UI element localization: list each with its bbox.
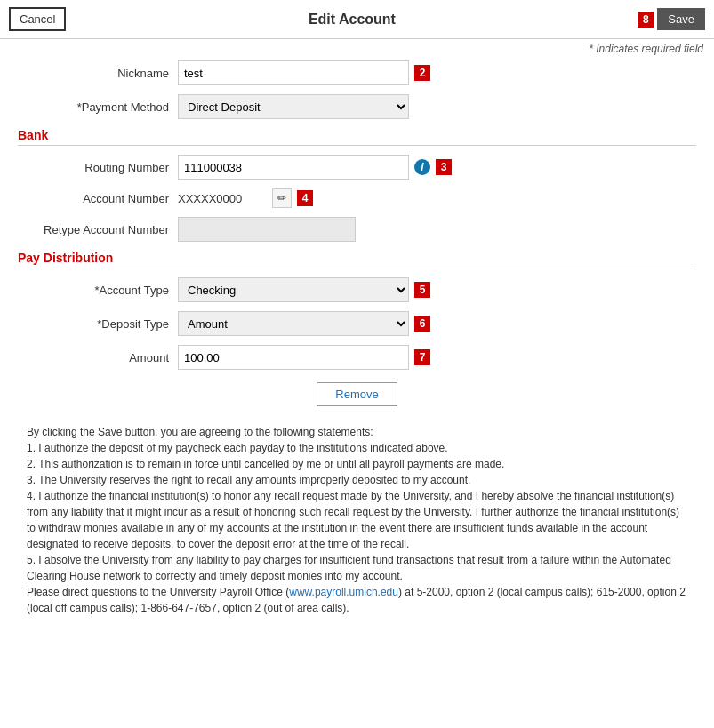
- bank-section-header: Bank: [18, 128, 696, 146]
- amount-badge: 7: [414, 349, 430, 365]
- account-type-badge: 5: [414, 282, 430, 298]
- retype-account-row: Retype Account Number: [18, 217, 696, 242]
- form-area: Nickname 2 *Payment Method Direct Deposi…: [0, 57, 714, 634]
- account-type-row: *Account Type Checking Savings 5: [18, 277, 696, 302]
- disclaimer-line3: 2. This authorization is to remain in fo…: [27, 456, 687, 472]
- routing-number-field-wrap: i 3: [178, 155, 696, 180]
- required-note: * Indicates required field: [0, 39, 714, 57]
- account-number-field-wrap: XXXXX0000 ✏ 4: [178, 188, 696, 208]
- nickname-label: Nickname: [18, 67, 178, 80]
- account-type-select[interactable]: Checking Savings: [178, 277, 409, 302]
- account-number-display: XXXXX0000: [178, 192, 267, 205]
- disclaimer-line7-prefix: Please direct questions to the Universit…: [27, 586, 289, 598]
- disclaimer-line7: Please direct questions to the Universit…: [27, 584, 687, 616]
- account-type-field-wrap: Checking Savings 5: [178, 277, 696, 302]
- account-number-row: Account Number XXXXX0000 ✏ 4: [18, 188, 696, 208]
- retype-account-label: Retype Account Number: [18, 223, 178, 236]
- deposit-type-label: *Deposit Type: [18, 317, 178, 331]
- pay-distribution-section-header: Pay Distribution: [18, 251, 696, 268]
- payment-method-row: *Payment Method Direct Deposit Check: [18, 94, 696, 119]
- deposit-type-select[interactable]: Amount Percent Remainder: [178, 311, 409, 336]
- save-wrapper: 8 Save: [638, 8, 705, 30]
- payment-method-field-wrap: Direct Deposit Check: [178, 94, 696, 119]
- account-type-label: *Account Type: [18, 284, 178, 297]
- page-header: Cancel Edit Account 8 Save: [0, 0, 714, 39]
- pencil-icon[interactable]: ✏: [272, 188, 292, 208]
- routing-number-input[interactable]: [178, 155, 409, 180]
- routing-number-row: Routing Number i 3: [18, 155, 696, 180]
- nickname-field-wrap: 2: [178, 60, 696, 85]
- nickname-row: Nickname 2: [18, 60, 696, 85]
- save-badge: 8: [638, 12, 654, 28]
- account-number-badge: 4: [297, 190, 313, 206]
- retype-account-field-wrap: [178, 217, 696, 242]
- cancel-button[interactable]: Cancel: [9, 7, 66, 31]
- payroll-link[interactable]: www.payroll.umich.edu: [289, 586, 398, 598]
- remove-wrap: Remove: [18, 382, 696, 406]
- payment-method-select[interactable]: Direct Deposit Check: [178, 94, 409, 119]
- amount-input[interactable]: [178, 345, 409, 370]
- disclaimer-line1: By clicking the Save button, you are agr…: [27, 424, 687, 440]
- disclaimer-line6: 5. I absolve the University from any lia…: [27, 552, 687, 584]
- disclaimer-line5: 4. I authorize the financial institution…: [27, 488, 687, 552]
- payment-method-label: *Payment Method: [18, 100, 178, 114]
- nickname-badge: 2: [414, 65, 430, 81]
- page-title: Edit Account: [66, 12, 638, 28]
- account-number-label: Account Number: [18, 192, 178, 205]
- deposit-type-row: *Deposit Type Amount Percent Remainder 6: [18, 311, 696, 336]
- amount-field-wrap: 7: [178, 345, 696, 370]
- amount-row: Amount 7: [18, 345, 696, 370]
- routing-badge: 3: [436, 159, 452, 175]
- routing-number-label: Routing Number: [18, 161, 178, 174]
- disclaimer: By clicking the Save button, you are agr…: [18, 415, 696, 625]
- deposit-type-field-wrap: Amount Percent Remainder 6: [178, 311, 696, 336]
- deposit-type-badge: 6: [414, 316, 430, 332]
- disclaimer-line4: 3. The University reserves the right to …: [27, 472, 687, 488]
- retype-account-input[interactable]: [178, 217, 356, 242]
- disclaimer-line2: 1. I authorize the deposit of my paychec…: [27, 440, 687, 456]
- save-button[interactable]: Save: [657, 8, 705, 30]
- nickname-input[interactable]: [178, 60, 409, 85]
- remove-button[interactable]: Remove: [317, 382, 397, 406]
- amount-label: Amount: [18, 351, 178, 364]
- routing-info-icon[interactable]: i: [414, 159, 430, 175]
